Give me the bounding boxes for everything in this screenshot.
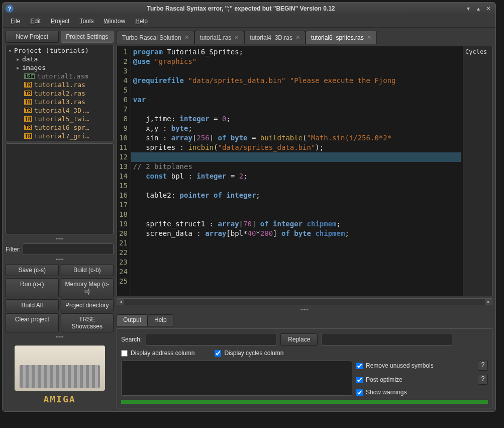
scroll-left-icon[interactable]: ◂ xyxy=(117,299,124,305)
tree-folder[interactable]: data xyxy=(22,55,38,63)
close-icon[interactable]: ✕ xyxy=(484,5,492,13)
tab-output[interactable]: Output xyxy=(117,314,148,326)
tab-close-icon[interactable]: ✕ xyxy=(234,34,239,41)
minimize-icon[interactable]: ▾ xyxy=(464,5,472,13)
file-badge-icon: TR xyxy=(24,116,32,122)
maximize-icon[interactable]: ▴ xyxy=(474,5,482,13)
menu-help[interactable]: Help xyxy=(131,16,152,26)
replace-button[interactable]: Replace xyxy=(280,333,318,346)
check-address-column[interactable]: Display address column xyxy=(121,350,194,357)
tree-file[interactable]: TRtutorial6_spr… xyxy=(7,123,112,132)
window-title: Turbo Rascal Syntax error, ";" expected … xyxy=(18,5,464,12)
tab-close-icon[interactable]: ✕ xyxy=(184,34,189,41)
clear-button[interactable]: Clear project xyxy=(6,313,59,332)
menu-tools[interactable]: Tools xyxy=(75,16,97,26)
tree-file[interactable]: ldatutorial1.asm xyxy=(7,72,112,80)
memmap-button[interactable]: Memory Map (c-u) xyxy=(61,278,114,297)
horizontal-scrollbar[interactable]: ◂▸ xyxy=(117,298,492,305)
save-button[interactable]: Save (c-s) xyxy=(6,264,59,276)
preview-panel xyxy=(6,143,114,234)
main-area: Turbo Rascal Solution✕tutorial1.ras✕tuto… xyxy=(117,31,492,408)
menu-file[interactable]: File xyxy=(7,16,24,26)
editor-tab[interactable]: tutorial6_sprites.ras✕ xyxy=(306,31,377,44)
tree-root[interactable]: Project (tutorials) xyxy=(14,47,89,54)
menu-window[interactable]: Window xyxy=(99,16,129,26)
tab-close-icon[interactable]: ✕ xyxy=(295,34,300,41)
menu-project[interactable]: Project xyxy=(47,16,73,26)
resize-handle[interactable]: ••••• xyxy=(6,257,114,262)
file-badge-icon: TR xyxy=(24,108,32,113)
editor[interactable]: 1234567891011121314151617181920212223242… xyxy=(117,46,492,296)
output-panel: Search: Replace Display address column D… xyxy=(117,328,492,408)
editor-tab[interactable]: tutorial1.ras✕ xyxy=(194,31,245,44)
showcases-button[interactable]: TRSE Showcases xyxy=(61,313,114,332)
titlebar[interactable]: ? Turbo Rascal Syntax error, ";" expecte… xyxy=(3,3,495,15)
menu-edit[interactable]: Edit xyxy=(26,16,45,26)
search-input[interactable] xyxy=(146,333,276,346)
check-show-warnings[interactable]: Show warnings xyxy=(356,389,407,396)
tree-file[interactable]: TRtutorial2.ras xyxy=(7,89,112,98)
output-text[interactable] xyxy=(121,361,352,396)
project-settings-button[interactable]: Project Settings xyxy=(61,31,114,43)
file-badge-icon: lda xyxy=(24,73,35,79)
tree-file[interactable]: TRtutorial7_gri… xyxy=(7,132,112,140)
machine-image: AMIGA xyxy=(6,341,114,408)
code-area[interactable]: program Tutorial6_Sprites;@use "graphics… xyxy=(131,46,463,296)
progress-bar xyxy=(121,400,488,404)
app-window: ? Turbo Rascal Syntax error, ";" expecte… xyxy=(2,2,496,412)
buildall-button[interactable]: Build All xyxy=(6,299,59,311)
tree-folder[interactable]: images xyxy=(22,64,46,71)
tree-file[interactable]: TRtutorial3.ras xyxy=(7,98,112,106)
check-remove-symbols[interactable]: Remove unused symbols xyxy=(356,362,434,369)
file-badge-icon: TR xyxy=(24,82,32,88)
replace-input[interactable] xyxy=(322,333,452,346)
check-post-optimize[interactable]: Post-optimize xyxy=(356,376,402,383)
search-label: Search: xyxy=(121,336,142,343)
project-tree[interactable]: ▾Project (tutorials) ▸data ▸images ldatu… xyxy=(6,45,114,141)
scroll-right-icon[interactable]: ▸ xyxy=(485,299,492,305)
file-badge-icon: TR xyxy=(24,133,32,139)
editor-tabs: Turbo Rascal Solution✕tutorial1.ras✕tuto… xyxy=(117,31,492,44)
filter-input[interactable] xyxy=(23,243,114,255)
bottom-tabs: Output Help xyxy=(117,314,492,326)
tab-close-icon[interactable]: ✕ xyxy=(367,34,371,41)
build-button[interactable]: Build (c-b) xyxy=(61,264,114,276)
help-icon[interactable]: ? xyxy=(6,5,14,13)
file-badge-icon: TR xyxy=(24,99,32,105)
help-post-button[interactable]: ? xyxy=(478,375,488,385)
check-cycles-column[interactable]: Display cycles column xyxy=(215,350,283,357)
file-badge-icon: TR xyxy=(24,125,32,130)
cycles-panel: Cycles xyxy=(463,46,492,296)
projdir-button[interactable]: Project directory xyxy=(61,299,114,311)
filter-label: Filter: xyxy=(6,246,21,253)
tab-help[interactable]: Help xyxy=(148,314,173,326)
machine-label: AMIGA xyxy=(10,394,110,404)
file-badge-icon: TR xyxy=(24,91,32,96)
help-remove-button[interactable]: ? xyxy=(478,361,488,371)
tree-file[interactable]: TRtutorial8_com… xyxy=(7,140,112,141)
tree-file[interactable]: TRtutorial5_twi… xyxy=(7,115,112,123)
tree-file[interactable]: TRtutorial1.ras xyxy=(7,80,112,89)
run-button[interactable]: Run (c-r) xyxy=(6,278,59,297)
tree-file[interactable]: TRtutorial4_3D.… xyxy=(7,106,112,115)
resize-handle[interactable]: ••••• xyxy=(117,307,492,312)
editor-tab[interactable]: tutorial4_3D.ras✕ xyxy=(244,31,306,44)
new-project-button[interactable]: New Project xyxy=(6,31,59,43)
sidebar: New Project Project Settings ▾Project (t… xyxy=(6,31,114,408)
editor-tab[interactable]: Turbo Rascal Solution✕ xyxy=(117,31,194,44)
menubar: File Edit Project Tools Window Help xyxy=(3,15,495,28)
resize-handle[interactable]: ••••• xyxy=(6,236,114,241)
line-gutter: 1234567891011121314151617181920212223242… xyxy=(117,46,131,296)
resize-handle[interactable]: ••••• xyxy=(6,334,114,339)
